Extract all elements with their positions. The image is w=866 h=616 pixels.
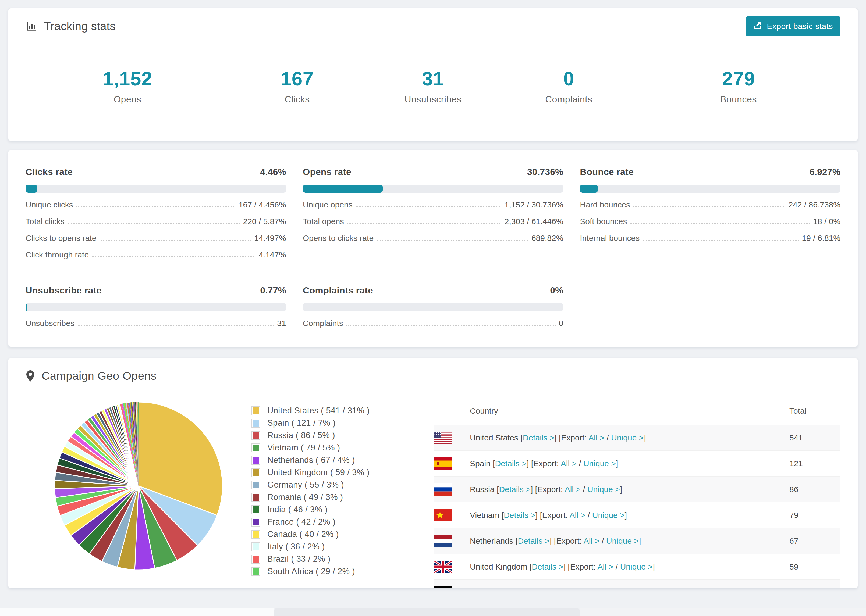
- geo-table-header: Country Total: [434, 399, 841, 425]
- rate-progress-track: [25, 185, 286, 193]
- stat-box-complaints: 0Complaints: [501, 53, 636, 121]
- details-link[interactable]: Details >: [495, 459, 527, 468]
- dotted-leader: [99, 240, 251, 240]
- geo-table-body: United States [Details >] [Export: All >…: [434, 425, 841, 588]
- rate-progress-track: [303, 303, 564, 311]
- export-basic-stats-button[interactable]: Export basic stats: [746, 16, 841, 36]
- stat-value: 31: [365, 68, 501, 90]
- total-value: 59: [789, 562, 841, 571]
- country-name: Vietnam: [470, 511, 502, 520]
- export-all-link[interactable]: All >: [573, 588, 589, 589]
- rate-block-opens-rate: Opens rate30.736%Unique opens1,152 / 30.…: [303, 167, 564, 259]
- rate-block-bounce-rate: Bounce rate6.927%Hard bounces242 / 86.73…: [580, 167, 841, 259]
- detail-value: 14.497%: [254, 234, 286, 243]
- details-link[interactable]: Details >: [504, 511, 535, 520]
- legend-swatch: [252, 443, 260, 452]
- detail-value: 689.82%: [531, 234, 563, 243]
- details-link[interactable]: Details >: [507, 588, 539, 589]
- legend-label: South Africa ( 29 / 2% ): [267, 567, 355, 576]
- export-unique-link[interactable]: Unique >: [592, 511, 625, 520]
- bottom-scrollbar[interactable]: [274, 608, 580, 616]
- page-title: Tracking stats: [44, 20, 116, 33]
- legend-swatch: [252, 493, 260, 502]
- detail-value: 18 / 0%: [813, 217, 841, 226]
- campaign-geo-opens-card: Campaign Geo Opens United States ( 541 /…: [8, 358, 858, 588]
- legend-item-france: France ( 42 / 2% ): [252, 517, 402, 527]
- total-value: 541: [789, 433, 841, 442]
- export-unique-link[interactable]: Unique >: [606, 536, 639, 545]
- legend-label: Russia ( 86 / 5% ): [267, 431, 335, 440]
- detail-label: Hard bounces: [580, 200, 630, 209]
- column-header-country: Country: [434, 406, 789, 415]
- legend-item-germany: Germany ( 55 / 3% ): [252, 480, 402, 490]
- rate-title: Complaints rate: [303, 285, 373, 295]
- details-link[interactable]: Details >: [532, 562, 564, 571]
- export-all-link[interactable]: All >: [565, 485, 581, 494]
- stats-summary-row: 1,152Opens167Clicks31Unsubscribes0Compla…: [25, 53, 841, 121]
- country-cell: United States [Details >] [Export: All >…: [470, 433, 789, 442]
- export-all-link[interactable]: All >: [561, 459, 576, 468]
- legend-item-united-states: United States ( 541 / 31% ): [252, 406, 402, 415]
- total-value: 86: [789, 485, 841, 494]
- export-unique-link[interactable]: Unique >: [587, 485, 620, 494]
- detail-label: Total clicks: [25, 217, 65, 226]
- legend-label: Germany ( 55 / 3% ): [267, 480, 344, 490]
- detail-label: Click through rate: [25, 250, 89, 259]
- ru-flag-icon: [434, 483, 452, 496]
- country-name: Netherlands: [470, 536, 516, 545]
- legend-swatch: [252, 505, 260, 514]
- gb-flag-icon: [434, 561, 452, 573]
- legend-label: Brazil ( 33 / 2% ): [267, 554, 331, 564]
- rate-details: Unsubscribes31: [25, 319, 286, 328]
- export-unique-link[interactable]: Unique >: [596, 588, 628, 589]
- legend-swatch: [252, 406, 260, 415]
- dotted-leader: [633, 206, 785, 207]
- total-value: 79: [789, 511, 841, 520]
- export-unique-link[interactable]: Unique >: [583, 459, 616, 468]
- export-all-link[interactable]: All >: [597, 562, 613, 571]
- details-link[interactable]: Details >: [499, 485, 531, 494]
- country-cell: Spain [Details >] [Export: All > / Uniqu…: [470, 459, 789, 468]
- detail-value: 242 / 86.738%: [789, 200, 841, 209]
- rate-detail-row: Total clicks220 / 5.87%: [25, 217, 286, 226]
- details-link[interactable]: Details >: [523, 433, 554, 442]
- rate-detail-row: Total opens2,303 / 61.446%: [303, 217, 564, 226]
- export-all-link[interactable]: All >: [570, 511, 586, 520]
- rate-block-complaints-rate: Complaints rate0%Complaints0: [303, 285, 564, 328]
- rate-head: Clicks rate4.46%: [25, 167, 286, 177]
- country-name: Russia: [470, 485, 497, 494]
- detail-value: 220 / 5.87%: [243, 217, 286, 226]
- nl-flag-icon: [434, 535, 452, 547]
- legend-swatch: [252, 542, 260, 551]
- rate-details: Hard bounces242 / 86.738%Soft bounces18 …: [580, 200, 841, 243]
- detail-label: Clicks to opens rate: [25, 234, 96, 243]
- dotted-leader: [76, 206, 235, 207]
- rate-detail-row: Click through rate4.147%: [25, 250, 286, 259]
- legend-label: Netherlands ( 67 / 4% ): [267, 455, 355, 465]
- dotted-leader: [377, 240, 528, 240]
- detail-value: 31: [277, 319, 286, 328]
- legend-swatch: [252, 456, 260, 465]
- geo-title-wrap: Campaign Geo Opens: [25, 369, 156, 382]
- vn-flag-icon: [434, 509, 452, 522]
- total-value: 121: [789, 459, 841, 468]
- rate-block-clicks-rate: Clicks rate4.46%Unique clicks167 / 4.456…: [25, 167, 286, 259]
- rate-value: 30.736%: [527, 167, 563, 177]
- legend-swatch: [252, 481, 260, 489]
- export-unique-link[interactable]: Unique >: [620, 562, 653, 571]
- detail-label: Unsubscribes: [25, 319, 74, 328]
- legend-item-vietnam: Vietnam ( 79 / 5% ): [252, 443, 402, 453]
- export-button-label: Export basic stats: [767, 22, 833, 31]
- detail-label: Opens to clicks rate: [303, 234, 373, 243]
- details-link[interactable]: Details >: [518, 536, 550, 545]
- export-all-link[interactable]: All >: [589, 433, 604, 442]
- detail-value: 167 / 4.456%: [239, 200, 286, 209]
- country-cell: Russia [Details >] [Export: All > / Uniq…: [470, 485, 789, 494]
- export-all-link[interactable]: All >: [584, 536, 600, 545]
- dotted-leader: [68, 223, 239, 224]
- rate-progress-track: [25, 303, 286, 311]
- geo-table-row-de: Germany [Details >] [Export: All > / Uni…: [434, 580, 841, 588]
- rate-title: Clicks rate: [25, 167, 72, 177]
- export-unique-link[interactable]: Unique >: [611, 433, 644, 442]
- legend-swatch: [252, 555, 260, 564]
